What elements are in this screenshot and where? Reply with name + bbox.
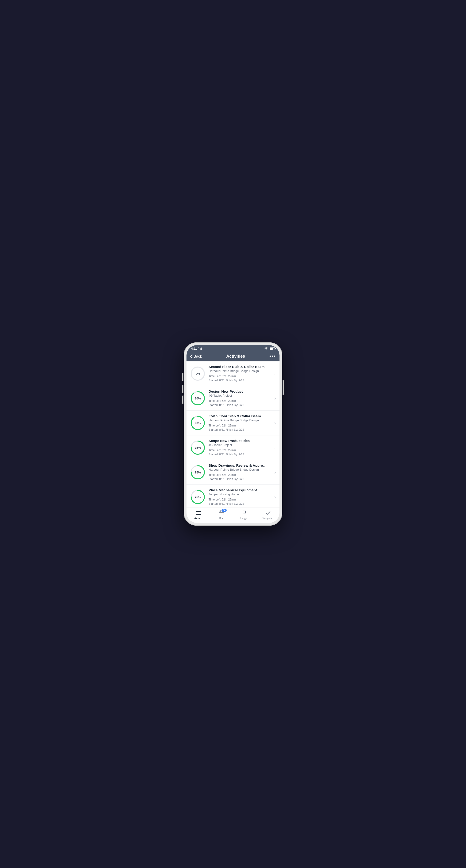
activity-title: Forth Floor Slab & Collar Beam (208, 414, 271, 418)
chevron-right-icon: › (274, 470, 276, 475)
progress-circle: 75% (190, 465, 205, 480)
progress-circle: 0% (190, 366, 205, 381)
tab-due-label: Due (219, 517, 224, 520)
completed-icon (265, 510, 271, 516)
tab-active[interactable]: Active (187, 510, 210, 520)
wifi-icon (264, 347, 268, 350)
activity-project: Harbour Pointe Bridge Bridge Design (208, 418, 271, 422)
progress-label: 75% (195, 471, 201, 474)
chevron-right-icon: › (274, 396, 276, 401)
more-button[interactable]: ••• (269, 354, 276, 359)
chevron-right-icon: › (274, 495, 276, 500)
progress-label: 90% (195, 397, 201, 400)
activity-item[interactable]: 90% Forth Floor Slab & Collar Beam Harbo… (187, 411, 279, 435)
header: Back Activities ••• (187, 351, 279, 362)
back-chevron-icon (190, 354, 193, 358)
tab-due[interactable]: 34 Due (210, 510, 233, 520)
activities-list: 0% Second Floor Slab & Collar Beam Harbo… (187, 362, 279, 507)
flagged-icon (241, 510, 248, 516)
activity-info: Place Mechanical Equipment Juniper Nursi… (208, 488, 271, 506)
activity-title: Second Floor Slab & Collar Beam (208, 365, 271, 369)
activity-info: Design New Product 4G Tablet Project Tim… (208, 390, 271, 407)
header-title: Activities (226, 354, 245, 359)
tab-bar: Active 34 Due (187, 507, 279, 523)
due-badge: 34 (222, 509, 226, 512)
activity-title: Scope New Product Idea (208, 439, 271, 443)
tab-completed-label: Completed (262, 517, 274, 520)
battery-icon (270, 347, 275, 350)
activity-project: 4G Tablet Project (208, 443, 271, 447)
activity-project: Juniper Nursing Home (208, 493, 271, 496)
active-icon (195, 510, 202, 516)
back-label: Back (194, 354, 202, 359)
progress-circle: 75% (190, 490, 205, 504)
progress-label: 75% (195, 446, 201, 450)
activity-info: Forth Floor Slab & Collar Beam Harbour P… (208, 414, 271, 432)
due-icon: 34 (218, 510, 225, 516)
activity-meta: Time Left: 62hr 29minStarted: 8/31 Finis… (208, 424, 271, 432)
status-icons (264, 347, 275, 350)
activity-item[interactable]: 75% Scope New Product Idea 4G Tablet Pro… (187, 435, 279, 460)
activity-meta: Time Left: 62hr 29minStarted: 8/31 Finis… (208, 374, 271, 382)
phone-frame: 4:21 PM Back Activities ••• (184, 342, 282, 526)
back-button[interactable]: Back (190, 354, 202, 359)
activity-info: Shop Drawings, Review & Appro… Harbour P… (208, 463, 271, 481)
progress-circle: 90% (190, 391, 205, 406)
progress-label: 90% (195, 421, 201, 425)
activity-project: 4G Tablet Project (208, 394, 271, 397)
activity-item[interactable]: 75% Place Mechanical Equipment Juniper N… (187, 485, 279, 507)
phone-screen: 4:21 PM Back Activities ••• (187, 345, 279, 523)
activity-project: Harbour Pointe Bridge Bridge Design (208, 369, 271, 373)
hamburger-icon (196, 511, 201, 515)
battery-fill (270, 348, 273, 350)
tab-active-label: Active (194, 517, 202, 520)
activity-item[interactable]: 90% Design New Product 4G Tablet Project… (187, 386, 279, 411)
activity-title: Shop Drawings, Review & Appro… (208, 463, 271, 467)
activity-item[interactable]: 75% Shop Drawings, Review & Appro… Harbo… (187, 460, 279, 485)
activity-meta: Time Left: 62hr 29minStarted: 8/31 Finis… (208, 448, 271, 457)
activity-meta: Time Left: 62hr 29minStarted: 8/31 Finis… (208, 473, 271, 481)
tab-flagged-label: Flagged (240, 517, 249, 520)
status-time: 4:21 PM (191, 347, 202, 350)
activity-meta: Time Left: 62hr 29minStarted: 8/31 Finis… (208, 399, 271, 407)
activity-info: Second Floor Slab & Collar Beam Harbour … (208, 365, 271, 382)
activity-title: Design New Product (208, 390, 271, 393)
progress-label: 0% (196, 372, 200, 375)
activity-item[interactable]: 0% Second Floor Slab & Collar Beam Harbo… (187, 362, 279, 386)
tab-completed[interactable]: Completed (256, 510, 279, 520)
progress-circle: 75% (190, 440, 205, 455)
activity-info: Scope New Product Idea 4G Tablet Project… (208, 439, 271, 457)
chevron-right-icon: › (274, 371, 276, 376)
progress-label: 75% (195, 495, 201, 499)
activity-project: Harbour Pointe Bridge Bridge Design (208, 468, 271, 471)
status-bar: 4:21 PM (187, 345, 279, 351)
tab-flagged[interactable]: Flagged (233, 510, 256, 520)
activity-meta: Time Left: 62hr 29minStarted: 8/31 Finis… (208, 497, 271, 506)
chevron-right-icon: › (274, 421, 276, 426)
activity-title: Place Mechanical Equipment (208, 488, 271, 492)
progress-circle: 90% (190, 415, 205, 431)
chevron-right-icon: › (274, 445, 276, 450)
